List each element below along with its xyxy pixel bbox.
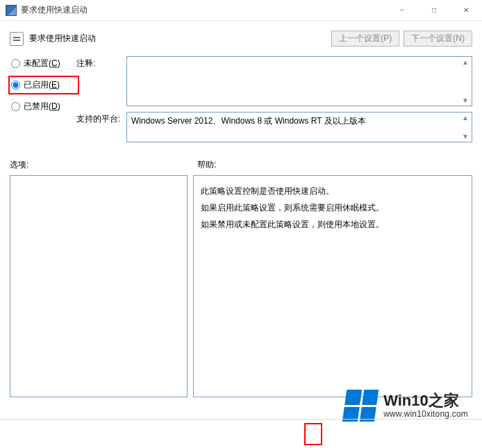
comment-row: 注释: ▲ ▼ [76, 56, 472, 106]
next-setting-label: 下一个设置(N) [411, 33, 465, 44]
app-icon [6, 5, 17, 16]
scroll-down-icon[interactable]: ▼ [460, 97, 470, 104]
highlight-enabled [8, 76, 79, 94]
comment-textarea[interactable]: ▲ ▼ [126, 56, 472, 106]
help-label: 帮助: [197, 159, 472, 171]
next-setting-button[interactable]: 下一个设置(N) [404, 31, 472, 47]
section-labels: 选项: 帮助: [10, 159, 472, 171]
previous-setting-button[interactable]: 上一个设置(P) [331, 31, 399, 47]
radio-enabled[interactable]: 已启用(E) [10, 79, 76, 91]
scroll-down-icon[interactable]: ▼ [460, 133, 470, 140]
dialog-content: 要求使用快速启动 上一个设置(P) 下一个设置(N) 未配置(C) 已启用(E)… [0, 21, 482, 397]
platform-value: Windows Server 2012、Windows 8 或 Windows … [131, 116, 366, 126]
state-radios: 未配置(C) 已启用(E) 已禁用(D) [10, 56, 76, 148]
minimize-button[interactable]: − [386, 0, 418, 20]
platform-textarea: Windows Server 2012、Windows 8 或 Windows … [126, 112, 472, 142]
radio-not-configured-input[interactable] [11, 59, 20, 68]
maximize-button[interactable]: □ [418, 0, 450, 20]
windows-logo-icon [342, 390, 379, 422]
button-strip [0, 419, 482, 448]
window-title: 要求使用快速启动 [21, 4, 386, 16]
panes: 此策略设置控制是否使用快速启动。 如果启用此策略设置，则系统需要启用休眠模式。 … [10, 175, 472, 397]
radio-not-configured[interactable]: 未配置(C) [10, 58, 76, 69]
help-p1: 此策略设置控制是否使用快速启动。 [201, 183, 465, 199]
fields-column: 注释: ▲ ▼ 支持的平台: Windows Server 2012、Windo… [76, 56, 472, 148]
policy-icon [10, 32, 24, 46]
policy-title: 要求使用快速启动 [29, 33, 327, 44]
platform-label: 支持的平台: [76, 112, 126, 142]
comment-label: 注释: [76, 56, 126, 106]
platform-row: 支持的平台: Windows Server 2012、Windows 8 或 W… [76, 112, 472, 142]
help-p3: 如果禁用或未配置此策略设置，则使用本地设置。 [201, 216, 465, 233]
watermark: Win10之家 www.win10xitong.com [344, 390, 468, 422]
previous-setting-label: 上一个设置(P) [339, 33, 392, 44]
scroll-up-icon[interactable]: ▲ [460, 58, 470, 66]
window-controls: − □ ✕ [386, 0, 482, 20]
help-pane[interactable]: 此策略设置控制是否使用快速启动。 如果启用此策略设置，则系统需要启用休眠模式。 … [193, 175, 472, 397]
titlebar: 要求使用快速启动 − □ ✕ [0, 0, 482, 21]
options-label: 选项: [10, 159, 197, 171]
watermark-brand: Win10之家 [383, 392, 468, 409]
options-pane[interactable] [10, 175, 188, 397]
radio-disabled-label: 已禁用(D) [24, 101, 60, 113]
close-button[interactable]: ✕ [450, 0, 482, 20]
radio-not-configured-label: 未配置(C) [24, 58, 60, 69]
header-row: 要求使用快速启动 上一个设置(P) 下一个设置(N) [10, 31, 472, 47]
watermark-url: www.win10xitong.com [383, 410, 468, 419]
radio-disabled[interactable]: 已禁用(D) [10, 101, 76, 113]
help-p2: 如果启用此策略设置，则系统需要启用休眠模式。 [201, 199, 465, 216]
radio-disabled-input[interactable] [11, 102, 20, 111]
scroll-up-icon[interactable]: ▲ [460, 114, 470, 122]
config-row: 未配置(C) 已启用(E) 已禁用(D) 注释: ▲ ▼ 支持的平台: [10, 56, 472, 148]
highlight-ok-button [304, 423, 322, 445]
watermark-text: Win10之家 www.win10xitong.com [383, 392, 468, 418]
